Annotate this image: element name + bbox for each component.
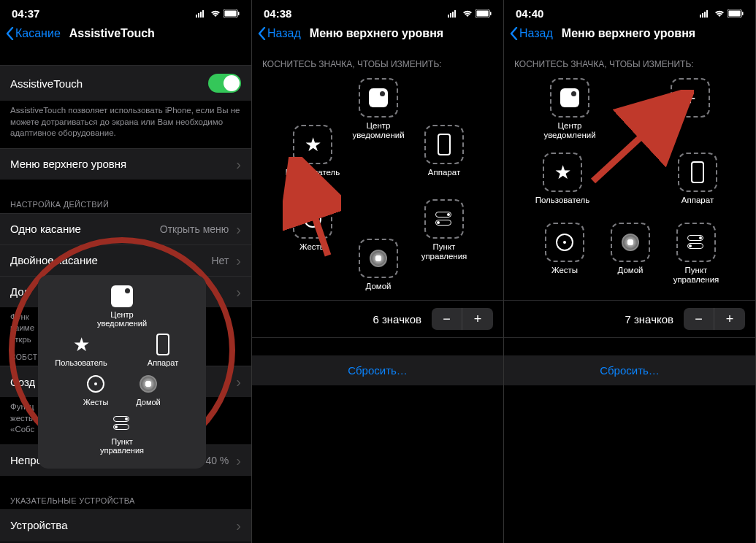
gestures-icon xyxy=(87,375,104,393)
grid-item-add[interactable]: ＋ xyxy=(657,78,723,131)
at-item-spacer xyxy=(107,334,137,367)
grid-item-notification-center[interactable]: Центр уведомлений xyxy=(537,78,603,140)
grid-item-home[interactable]: Домой xyxy=(345,239,411,291)
back-button[interactable]: Назад xyxy=(258,27,301,40)
notification-center-icon xyxy=(111,285,133,307)
svg-rect-18 xyxy=(706,10,708,18)
notification-center-icon xyxy=(369,88,388,107)
svg-rect-5 xyxy=(225,11,237,17)
svg-rect-21 xyxy=(742,12,744,15)
control-center-icon xyxy=(687,235,705,250)
grid-item-gestures[interactable]: Жесты xyxy=(532,223,597,275)
toggle-switch[interactable] xyxy=(208,74,241,93)
increment-button[interactable]: + xyxy=(714,308,745,330)
mouse-buttons-row[interactable]: Кнопки мыши xyxy=(0,541,251,543)
notification-center-icon xyxy=(560,88,579,107)
decrement-button[interactable]: − xyxy=(432,308,462,330)
grid-item-notification-center[interactable]: Центр уведомлений xyxy=(345,78,411,140)
svg-rect-10 xyxy=(454,10,456,18)
control-center-icon xyxy=(113,416,131,431)
at-item-gestures[interactable]: Жесты xyxy=(69,373,122,407)
svg-rect-8 xyxy=(450,13,451,18)
star-icon: ★ xyxy=(305,134,321,156)
icon-count-label: 7 значков xyxy=(625,313,673,326)
svg-rect-15 xyxy=(700,15,701,18)
double-tap-row[interactable]: Двойное касание Нет› xyxy=(0,244,251,276)
reset-button[interactable]: Сбросить… xyxy=(504,355,755,385)
at-item-home[interactable]: Домой xyxy=(122,373,175,407)
hint-label: КОСНИТЕСЬ ЗНАЧКА, ЧТОБЫ ИЗМЕНИТЬ: xyxy=(252,49,503,74)
section-header: НАСТРОЙКА ДЕЙСТВИЙ xyxy=(0,196,251,213)
at-item-notification-center[interactable]: Центр уведомлений xyxy=(45,285,199,328)
svg-rect-16 xyxy=(702,13,703,18)
grid-item-home[interactable]: Домой xyxy=(597,223,663,275)
device-icon xyxy=(691,161,704,183)
count-stepper[interactable]: − + xyxy=(432,308,493,330)
svg-rect-7 xyxy=(448,15,449,18)
chevron-right-icon: › xyxy=(236,157,241,172)
star-icon: ★ xyxy=(554,161,571,184)
control-center-icon xyxy=(435,212,453,226)
page-title: AssistiveTouch xyxy=(69,27,155,40)
svg-rect-1 xyxy=(198,13,199,18)
clock: 04:37 xyxy=(12,7,39,20)
grid-item-gestures[interactable]: Жесты xyxy=(280,199,345,252)
icon-count-label: 6 значков xyxy=(373,313,421,326)
home-icon xyxy=(140,375,157,393)
page-title: Меню верхнего уровня xyxy=(562,27,695,40)
svg-rect-12 xyxy=(477,11,489,17)
top-level-menu-row[interactable]: Меню верхнего уровня › xyxy=(0,148,251,180)
gestures-icon xyxy=(556,234,573,251)
gestures-icon xyxy=(304,210,321,228)
page-title: Меню верхнего уровня xyxy=(310,27,443,40)
assistivetouch-popup[interactable]: Центр уведомлений ★ Пользователь Аппарат… xyxy=(38,275,206,469)
description-text: AssistiveTouch позволяет использовать iP… xyxy=(0,101,251,148)
section-header: УКАЗАТЕЛЬНЫЕ УСТРОЙСТВА xyxy=(0,492,251,509)
svg-rect-20 xyxy=(729,11,741,17)
reset-button[interactable]: Сбросить… xyxy=(252,355,503,385)
grid-item-device[interactable]: Аппарат xyxy=(411,125,477,177)
status-icons xyxy=(700,9,744,18)
device-icon xyxy=(438,134,451,155)
svg-rect-0 xyxy=(196,15,197,18)
at-item-user[interactable]: ★ Пользователь xyxy=(55,334,107,367)
back-button[interactable]: Назад xyxy=(510,27,553,40)
count-stepper[interactable]: − + xyxy=(684,308,745,330)
svg-rect-9 xyxy=(452,12,454,18)
increment-button[interactable]: + xyxy=(462,308,493,330)
svg-rect-3 xyxy=(202,10,204,18)
clock: 04:38 xyxy=(264,7,291,20)
svg-rect-17 xyxy=(704,12,706,18)
assistivetouch-toggle-row[interactable]: AssistiveTouch xyxy=(0,65,251,101)
svg-rect-6 xyxy=(238,12,240,15)
grid-item-device[interactable]: Аппарат xyxy=(665,153,730,205)
device-icon xyxy=(156,334,169,355)
single-tap-row[interactable]: Одно касание Открыть меню› xyxy=(0,213,251,244)
svg-rect-2 xyxy=(200,12,202,18)
grid-item-user[interactable]: ★ Пользователь xyxy=(530,153,595,205)
status-icons xyxy=(448,9,492,18)
status-icons xyxy=(196,9,240,18)
grid-item-user[interactable]: ★ Пользователь xyxy=(280,125,345,177)
at-item-control-center[interactable]: Пункт управления xyxy=(96,412,148,455)
home-icon xyxy=(622,234,639,251)
decrement-button[interactable]: − xyxy=(684,308,714,330)
star-icon: ★ xyxy=(73,334,90,356)
devices-row[interactable]: Устройства › xyxy=(0,509,251,541)
at-item-device[interactable]: Аппарат xyxy=(137,334,189,367)
grid-item-control-center[interactable]: Пункт управления xyxy=(411,199,477,261)
plus-icon: ＋ xyxy=(681,86,699,109)
svg-rect-13 xyxy=(490,12,492,15)
hint-label: КОСНИТЕСЬ ЗНАЧКА, ЧТОБЫ ИЗМЕНИТЬ: xyxy=(504,49,755,74)
back-button[interactable]: Касание xyxy=(6,27,61,40)
grid-item-control-center[interactable]: Пункт управления xyxy=(663,223,729,285)
home-icon xyxy=(370,250,387,267)
clock: 04:40 xyxy=(516,7,543,20)
